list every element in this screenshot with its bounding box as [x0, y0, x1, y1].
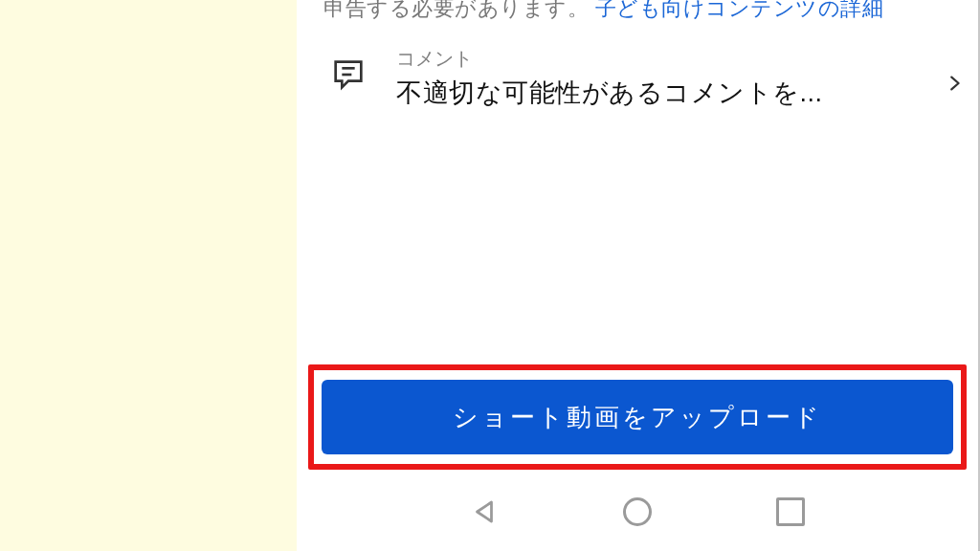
- android-navigation-bar: [297, 478, 978, 545]
- upload-short-video-button[interactable]: ショート動画をアップロード: [322, 380, 953, 454]
- declaration-notice-text: 申告する必要があります。: [323, 0, 589, 20]
- comments-setting-row[interactable]: コメント 不適切な可能性があるコメントを...: [325, 38, 969, 118]
- comments-description: 不適切な可能性があるコメントを...: [396, 76, 915, 110]
- upload-short-video-button-label: ショート動画をアップロード: [453, 401, 822, 434]
- left-background-panel: [0, 0, 297, 551]
- kids-content-details-link[interactable]: 子ども向けコンテンツの詳細: [595, 0, 884, 20]
- phone-screen: 申告する必要があります。 子ども向けコンテンツの詳細 コメント 不適切な可能性が…: [297, 0, 980, 551]
- upload-button-highlight: ショート動画をアップロード: [308, 364, 967, 470]
- svg-marker-2: [478, 502, 492, 521]
- comments-label: コメント: [396, 46, 915, 72]
- chevron-right-icon: [944, 67, 965, 103]
- comment-icon: [329, 55, 368, 98]
- nav-back-icon[interactable]: [470, 497, 499, 526]
- nav-recent-icon[interactable]: [776, 497, 805, 526]
- nav-home-icon[interactable]: [623, 497, 652, 526]
- declaration-notice: 申告する必要があります。 子ども向けコンテンツの詳細: [323, 0, 883, 23]
